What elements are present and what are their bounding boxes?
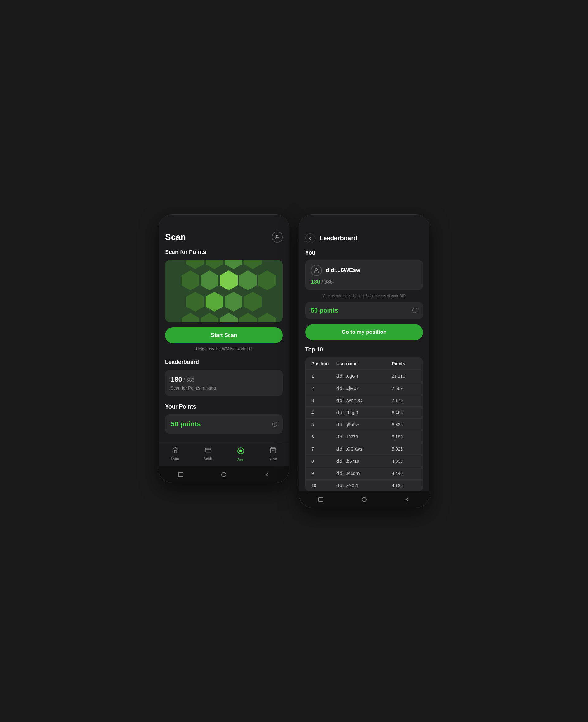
hex-cell [201,313,218,322]
android-circle-btn-2[interactable] [360,496,368,503]
cell-username: did:...WhY0Q [336,398,392,403]
cell-points: 6,325 [392,422,417,427]
user-identity: did:...6WEsw [311,265,417,276]
table-row: 8did:...b57184,859 [307,455,422,468]
scan-title: Scan [165,232,186,242]
col-username: Username [336,361,392,366]
cell-points: 5,180 [392,434,417,439]
cell-username: did:...j9bPw [336,422,392,427]
status-bar-2 [299,215,429,228]
hex-cell [258,270,276,290]
leaderboard-phone: Leaderboard You did:. [299,214,429,508]
hex-grid [172,260,276,322]
android-back-btn-2[interactable] [404,496,411,503]
cell-points: 4,440 [392,471,417,476]
android-square-btn-2[interactable] [317,496,324,503]
cell-username: did:...0gG-I [336,374,392,378]
scan-section-title: Scan for Points [165,249,283,255]
hex-cell [182,313,199,322]
cell-position: 8 [311,459,336,464]
lb-header: Leaderboard [305,228,423,250]
svg-rect-9 [319,497,323,502]
table-row: 9did:...M6dhY4,440 [307,468,422,479]
hex-grid-container [165,260,283,322]
android-back-btn[interactable] [264,471,271,478]
cell-position: 10 [311,483,336,488]
credit-icon [205,447,211,456]
rank-total: / 686 [184,377,195,383]
nav-home[interactable]: Home [171,447,180,461]
cell-username: did:...I0270 [336,434,392,439]
user-card: did:...6WEsw 180 / 686 [305,260,423,290]
cell-points: 21,110 [392,374,417,378]
table-rows-container: 1did:...0gG-I21,1102did:...JjM0Y7,6693di… [307,370,422,491]
hex-cell [225,260,242,269]
col-points: Points [392,361,417,366]
table-row: 7did:...GGXws5,025 [307,443,422,455]
nav-scan-label: Scan [237,458,245,461]
nav-home-label: Home [171,457,180,460]
cell-points: 5,025 [392,447,417,452]
cell-username: did:...b5718 [336,459,392,464]
scan-phone: Scan Scan for Points [159,214,289,483]
android-circle-btn[interactable] [220,471,228,478]
shop-icon [270,447,277,456]
hex-cell [239,270,257,290]
table-row: 2did:...JjM0Y7,669 [307,383,422,394]
scan-header: Scan [165,228,283,249]
svg-rect-6 [178,472,183,477]
user-score: 180 / 686 [311,279,417,285]
cell-position: 2 [311,386,336,391]
points-info-icon[interactable]: i [272,421,277,427]
hex-cell [220,270,238,290]
lb-points-value: 50 points [311,307,338,314]
hex-cell [244,292,261,312]
nav-shop[interactable]: Shop [269,447,277,461]
points-card: 50 points i [165,414,283,434]
hex-cell [239,313,257,322]
table-row: 6did:...I02705,180 [307,431,422,443]
hex-cell [220,313,238,322]
you-section: You did:...6WEsw 18 [305,250,423,319]
scan-icon [237,447,245,457]
start-scan-button[interactable]: Start Scan [165,327,283,344]
back-button[interactable] [305,233,315,243]
cell-points: 7,175 [392,398,417,403]
status-bar [159,215,289,228]
cell-points: 4,859 [392,459,417,464]
android-square-btn[interactable] [177,471,184,478]
android-nav [159,467,289,483]
svg-point-4 [239,449,242,452]
help-info-icon[interactable]: i [247,347,252,351]
hex-cell [206,292,223,312]
profile-icon[interactable] [272,231,283,243]
lb-info-icon[interactable]: i [412,308,417,313]
cell-username: did:...1Fjg0 [336,410,392,415]
svg-point-0 [276,235,278,237]
cell-points: 7,669 [392,386,417,391]
nav-scan[interactable]: Scan [237,447,245,461]
goto-position-button[interactable]: Go to my position [305,324,423,340]
svg-point-10 [362,497,366,502]
top10-title: Top 10 [305,347,423,353]
lb-title: Leaderboard [319,235,357,242]
hex-cell [244,260,261,269]
points-section-title: Your Points [165,404,283,410]
cell-username: did:...JjM0Y [336,386,392,391]
cell-username: did:...M6dhY [336,471,392,476]
cell-points: 6,465 [392,410,417,415]
nav-credit[interactable]: Credit [204,447,212,461]
cell-position: 9 [311,471,336,476]
help-text-row: Help grow the WM Network i [165,347,283,351]
android-nav-2 [299,491,429,508]
cell-username: did:...GGXws [336,447,392,452]
cell-position: 5 [311,422,336,427]
top10-table: Position Username Points 1did:...0gG-I21… [305,357,423,491]
cell-points: 4,125 [392,483,417,488]
home-icon [172,447,179,456]
table-row: 1did:...0gG-I21,110 [307,370,422,383]
hex-cell [201,270,218,290]
did-hint-text: Your username is the last 5 characters o… [305,294,423,298]
hex-cell [186,292,204,312]
table-row: 10did:...-AC2I4,125 [307,479,422,491]
